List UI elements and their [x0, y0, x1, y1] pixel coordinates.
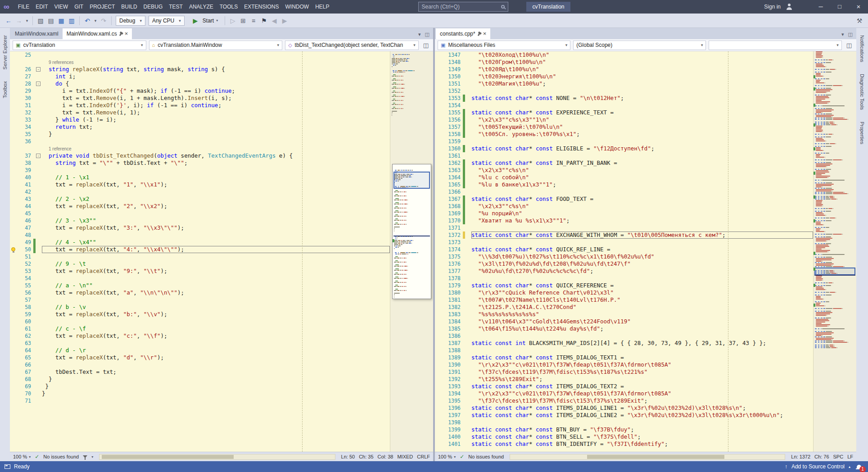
code-line[interactable]: 40 // 1 - \x1 [10, 174, 390, 181]
fold-margin[interactable] [36, 195, 42, 203]
breakpoint-margin[interactable] [10, 231, 18, 239]
breakpoint-margin[interactable] [435, 131, 443, 138]
fold-margin[interactable] [36, 289, 42, 296]
code-line[interactable]: 32 txt = txt.Remove(i, 1); [10, 109, 390, 116]
code-text[interactable]: "\\%3d\t007%u)\t027%s\t110%c%c%c\x1\t160… [471, 253, 813, 260]
fold-margin[interactable] [465, 224, 471, 231]
breakpoint-margin[interactable] [435, 152, 443, 159]
code-line[interactable]: 1395 "\f37c\fdces\t119\f37M\fdisc\t153\f… [435, 397, 813, 404]
breakpoint-margin[interactable] [10, 311, 18, 318]
member-dropdown[interactable]: ▾ [709, 41, 841, 50]
fold-margin[interactable] [465, 138, 471, 145]
code-line[interactable]: 1390 "\r\x2\x3""c\v021\t017\f37W\fdeap\t… [435, 361, 813, 368]
code-line[interactable]: 33 } while (-1 != i); [10, 116, 390, 123]
code-text[interactable] [42, 397, 390, 404]
code-text[interactable]: static const char* const BTN_SELL = "\f3… [471, 433, 813, 440]
code-line[interactable]: 1378 [435, 275, 813, 282]
breakpoint-margin[interactable] [435, 289, 443, 296]
breakpoint-margin[interactable] [435, 116, 443, 123]
breakpoint-margin[interactable] [10, 361, 18, 368]
breakpoint-margin[interactable] [10, 368, 18, 376]
breakpoint-margin[interactable] [10, 354, 18, 361]
breakpoint-margin[interactable] [10, 66, 18, 73]
breakpoint-margin[interactable] [10, 318, 18, 325]
fold-margin[interactable] [36, 332, 42, 340]
fold-margin[interactable] [36, 361, 42, 368]
code-text[interactable]: i = txt.IndexOf("{" + mask); if (-1 == i… [42, 87, 390, 95]
fold-margin[interactable] [465, 174, 471, 181]
code-text[interactable]: "\v110\t064\x3""cGold\t144Gems\t224Food\… [471, 318, 813, 325]
fold-margin[interactable] [465, 87, 471, 95]
start-debugging-button[interactable]: ▶ Start ▾ [186, 15, 222, 26]
fold-margin[interactable] [36, 145, 42, 152]
breakpoint-margin[interactable] [10, 152, 18, 159]
code-text[interactable] [42, 188, 390, 195]
code-line[interactable]: 46 // 3 - \x3"" [10, 217, 390, 224]
code-line[interactable]: 63 [10, 340, 390, 347]
fold-margin[interactable] [465, 289, 471, 296]
breakpoint-margin[interactable] [10, 390, 18, 397]
code-text[interactable] [471, 138, 813, 145]
code-line[interactable]: 1369 "%u порций\n" [435, 210, 813, 217]
pin-icon[interactable] [478, 32, 481, 36]
code-text[interactable]: static const char* const ITEMS_DIALOG_LI… [471, 404, 813, 412]
code-line[interactable]: 42 [10, 188, 390, 195]
breakpoint-margin[interactable] [10, 224, 18, 231]
fold-margin[interactable] [36, 203, 42, 210]
code-text[interactable]: "\t212S.P.\t241A.C.\t270Cond" [471, 304, 813, 311]
document-tab[interactable]: constants.cpp*× [436, 28, 490, 39]
code-text[interactable]: txt = replaceX(txt, "a", "\\n\"\n\""); [42, 289, 390, 296]
fold-margin[interactable] [36, 282, 42, 289]
code-text[interactable]: txt = replaceX(txt, "b:", "\\v"); [42, 311, 390, 318]
breakpoint-margin[interactable] [435, 145, 443, 152]
fold-margin[interactable] [36, 383, 42, 390]
code-text[interactable]: static const char* const BTN_BUY = "\f37… [471, 426, 813, 433]
breakpoint-margin[interactable] [435, 188, 443, 195]
code-text[interactable] [42, 167, 390, 174]
fold-margin[interactable] [465, 361, 471, 368]
maximize-button[interactable]: □ [830, 0, 849, 14]
code-line[interactable]: 58 // b - \v [10, 304, 390, 311]
breakpoint-margin[interactable] [435, 239, 443, 246]
code-line[interactable]: 1364 "%lu с собой\n" [435, 174, 813, 181]
fold-margin[interactable] [36, 116, 42, 123]
code-text[interactable]: txt = txt.Remove(i, 1); [42, 109, 390, 116]
add-to-source-control-button[interactable]: Add to Source Control [791, 463, 845, 470]
breakpoint-margin[interactable] [10, 51, 18, 59]
fold-margin[interactable] [36, 87, 42, 95]
code-text[interactable]: "\r\x3""cQuick Reference Chart\v012\x3l" [471, 289, 813, 296]
document-list-chevron-icon[interactable]: ▾ [418, 32, 421, 37]
code-text[interactable]: return txt; [42, 123, 390, 131]
collapse-icon[interactable]: - [36, 67, 41, 72]
breakpoint-margin[interactable] [10, 188, 18, 195]
code-line[interactable]: 52 // 9 - \t [10, 260, 390, 268]
code-line[interactable]: 1360static const char* const ELIGIBLE = … [435, 145, 813, 152]
code-line[interactable]: 1386 [435, 332, 813, 340]
fold-margin[interactable] [465, 275, 471, 282]
fold-margin[interactable] [465, 152, 471, 159]
code-text[interactable]: txt = txt.Remove(i, 1 + mask.Length).Ins… [42, 95, 390, 102]
fold-margin[interactable] [465, 383, 471, 390]
fold-margin[interactable] [465, 332, 471, 340]
breakpoint-margin[interactable] [435, 397, 443, 404]
solution-configurations-dropdown[interactable]: Debug▾ [116, 16, 145, 26]
open-file-icon[interactable]: ▤ [46, 15, 56, 26]
split-window-icon[interactable]: ◫ [845, 42, 854, 49]
minimap-viewport-box[interactable] [814, 268, 855, 275]
fold-margin[interactable] [465, 181, 471, 188]
code-text[interactable]: "\r\x2\x3""c\v021\t017\f37W\fdeap\t051\f… [471, 390, 813, 397]
breakpoint-margin[interactable] [10, 347, 18, 354]
float-window-icon[interactable]: ◫ [425, 32, 429, 37]
fold-margin[interactable] [465, 188, 471, 195]
fold-margin[interactable] [465, 51, 471, 59]
code-line[interactable]: 1375 "\\%3d\t007%u)\t027%s\t110%c%c%c\x1… [435, 253, 813, 260]
code-line[interactable]: 65 txt = replaceX(txt, "d", "\\r"); [10, 354, 390, 361]
solution-platforms-dropdown[interactable]: Any CPU▾ [149, 16, 185, 26]
code-text[interactable]: string txt = "\"" + tbDist.Text + "\""; [42, 159, 390, 167]
breakpoint-margin[interactable] [435, 59, 443, 66]
redo-icon[interactable]: ↷ [99, 15, 108, 26]
breakpoint-margin[interactable] [10, 87, 18, 95]
breakpoint-margin[interactable] [435, 138, 443, 145]
code-line[interactable]: 64 // d - \r [10, 347, 390, 354]
code-line[interactable]: 1356 "\x2\x3""c%s\x3""1\n" [435, 116, 813, 123]
